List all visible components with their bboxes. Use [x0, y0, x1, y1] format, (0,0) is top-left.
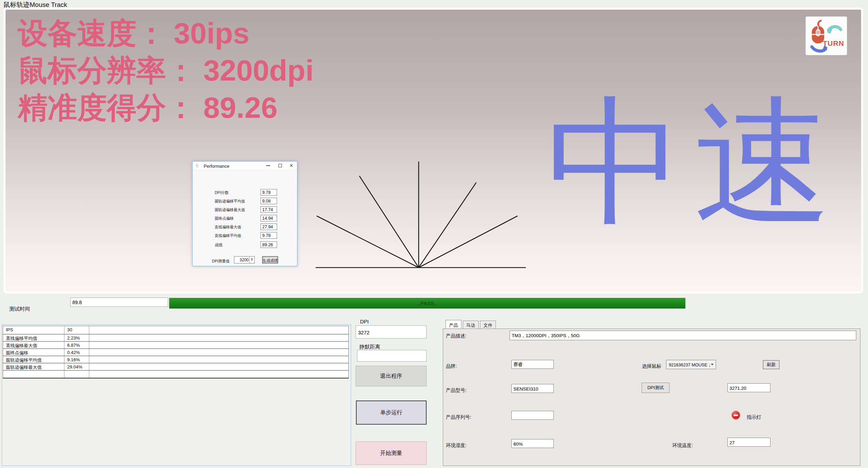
- product-description-label: 产品描述:: [446, 333, 467, 339]
- turn-logo: TURN: [806, 17, 847, 55]
- mouse-resolution-label: 鼠标分辨率：: [18, 54, 196, 87]
- dpi-input[interactable]: [356, 325, 427, 339]
- perf-row-circle-end: 圆终点偏移14.94: [193, 215, 297, 222]
- line-offset-max-field[interactable]: 27.94: [261, 223, 277, 230]
- row-empty-cell: [89, 342, 348, 349]
- dpi-measure-label: DPI测量值: [212, 259, 229, 264]
- table-row: [3, 371, 348, 378]
- product-panel: 产品描述: 品牌: 选择鼠标 921636237 MOUSE； 刷新 产品型号:…: [443, 329, 860, 466]
- dpi-test-button[interactable]: DPI测试: [642, 383, 670, 393]
- perf-row-circle-max: 圆轨迹偏移最大值17.74: [193, 206, 297, 213]
- perf-row-line-max: 直线偏移最大值27.94: [193, 223, 297, 230]
- dpi-label: DPI: [360, 319, 369, 324]
- humidity-input[interactable]: [511, 439, 554, 448]
- row-label: 直线偏移平均值: [3, 334, 64, 341]
- dpi-score-label: DPI分数: [215, 190, 228, 195]
- progress-pass-text: ...PASS...: [416, 300, 438, 306]
- speed-class-text: 中速: [546, 93, 841, 231]
- row-label: 圆终点偏移: [3, 349, 64, 356]
- product-model-input[interactable]: [511, 384, 554, 393]
- device-speed-line: 设备速度：30ips: [18, 14, 314, 52]
- accuracy-score-label: 精准度得分：: [18, 91, 196, 124]
- maximize-icon[interactable]: [278, 164, 282, 167]
- brand-input[interactable]: [511, 360, 554, 369]
- temperature-label: 环境温度:: [672, 443, 693, 449]
- chevron-down-icon: [711, 364, 714, 365]
- row-value: 6.87%: [64, 342, 89, 349]
- perf-row-score: 成绩89.26: [193, 241, 297, 248]
- mouse-resolution-line: 鼠标分辨率：3200dpi: [18, 52, 314, 89]
- silent-distance-label: 静默距离: [359, 344, 380, 350]
- select-mouse-value: 921636237 MOUSE；: [669, 362, 712, 368]
- mouse-track-fan-lines: [310, 157, 531, 274]
- device-speed-label: 设备速度：: [18, 17, 166, 50]
- row-empty-cell: [89, 334, 348, 341]
- table-header-row: IPS 30: [3, 326, 348, 334]
- row-value: 2.23%: [64, 334, 89, 341]
- table-row: 圆轨迹偏移最大值 29.04%: [3, 363, 348, 371]
- product-description-input[interactable]: [510, 331, 856, 340]
- tab-motor[interactable]: 马达: [463, 321, 479, 329]
- product-tabs: 产品 马达 文件: [446, 321, 497, 329]
- tab-product[interactable]: 产品: [446, 320, 461, 328]
- accuracy-score-value: 89.26: [203, 91, 277, 124]
- perf-row-line-avg: 直线偏移平均值9.78: [193, 232, 297, 239]
- circle-offset-avg-field[interactable]: 9.08: [261, 198, 277, 204]
- row-value: 0.42%: [64, 349, 89, 356]
- test-time-input[interactable]: [70, 298, 168, 307]
- temperature-input[interactable]: [727, 438, 770, 447]
- perf-row-dpi-score: DPI分数9.78: [193, 189, 297, 196]
- performance-window: ☝ Performance × DPI分数9.78 圆轨迹偏移平均值9.08 圆…: [192, 161, 297, 266]
- hero-panel: 设备速度：30ips 鼠标分辨率：3200dpi 精准度得分：89.26 中速 …: [3, 8, 863, 293]
- results-table[interactable]: IPS 30 直线偏移平均值 2.23% 直线偏移最大值 6.87% 圆终点偏移…: [3, 326, 349, 378]
- indicator-bar: [734, 415, 738, 416]
- hand-cursor-icon: ☝: [194, 163, 199, 169]
- row-value: 29.04%: [64, 363, 89, 370]
- single-step-button[interactable]: 单步运行: [356, 401, 427, 425]
- circle-offset-avg-label: 圆轨迹偏移平均值: [215, 199, 245, 204]
- dpi-score-field[interactable]: 9.78: [261, 189, 277, 196]
- dpi-test-result-input[interactable]: [727, 383, 770, 392]
- circle-end-offset-field[interactable]: 14.94: [261, 215, 277, 221]
- table-row: 圆轨迹偏移平均值 9.16%: [3, 356, 348, 363]
- generate-score-button[interactable]: 生成成绩: [262, 256, 278, 263]
- table-row: 圆终点偏移 0.42%: [3, 349, 348, 356]
- exit-program-button[interactable]: 退出程序: [356, 366, 427, 386]
- line-offset-avg-field[interactable]: 9.78: [261, 232, 277, 239]
- select-mouse-dropdown[interactable]: 921636237 MOUSE；: [666, 360, 716, 369]
- row-label: [3, 371, 64, 378]
- circle-end-offset-label: 圆终点偏移: [215, 216, 234, 221]
- test-time-label: 测试时间: [9, 306, 30, 312]
- silent-distance-input[interactable]: [357, 350, 427, 362]
- circle-offset-max-field[interactable]: 17.74: [261, 206, 277, 213]
- score-field[interactable]: 89.26: [261, 241, 277, 248]
- serial-number-input[interactable]: [511, 411, 554, 420]
- results-panel: IPS 30 直线偏移平均值 2.23% 直线偏移最大值 6.87% 圆终点偏移…: [2, 324, 351, 466]
- turn-logo-text: TURN: [823, 39, 844, 48]
- dpi-measure-value: 3200: [239, 258, 249, 262]
- turn-logo-graphic: [806, 17, 847, 55]
- start-measure-button[interactable]: 开始测量: [356, 441, 427, 465]
- score-label: 成绩: [215, 242, 222, 248]
- serial-number-label: 产品序列号:: [446, 414, 471, 420]
- perf-row-circle-avg: 圆轨迹偏移平均值9.08: [193, 198, 297, 205]
- spinner-arrows-icon[interactable]: ▲▼: [249, 257, 254, 263]
- tab-file[interactable]: 文件: [480, 321, 496, 329]
- header-30: 30: [64, 326, 89, 334]
- progress-bar: ...PASS...: [169, 298, 685, 309]
- header-ips: IPS: [3, 326, 64, 334]
- refresh-button[interactable]: 刷新: [763, 360, 779, 369]
- product-model-label: 产品型号:: [446, 387, 467, 394]
- mouse-resolution-value: 3200dpi: [203, 54, 314, 87]
- row-label: 圆轨迹偏移平均值: [3, 356, 64, 363]
- row-empty-cell: [89, 356, 348, 363]
- row-label: 圆轨迹偏移最大值: [3, 363, 64, 370]
- close-icon[interactable]: ×: [290, 163, 293, 169]
- row-empty-cell: [89, 363, 348, 370]
- dpi-measure-spinner[interactable]: 3200 ▲▼: [234, 256, 255, 263]
- table-row: 直线偏移最大值 6.87%: [3, 342, 348, 349]
- table-row: 直线偏移平均值 2.23%: [3, 334, 348, 342]
- minimize-icon[interactable]: [266, 165, 270, 166]
- select-mouse-label: 选择鼠标: [642, 363, 661, 370]
- performance-titlebar[interactable]: ☝ Performance ×: [193, 162, 297, 170]
